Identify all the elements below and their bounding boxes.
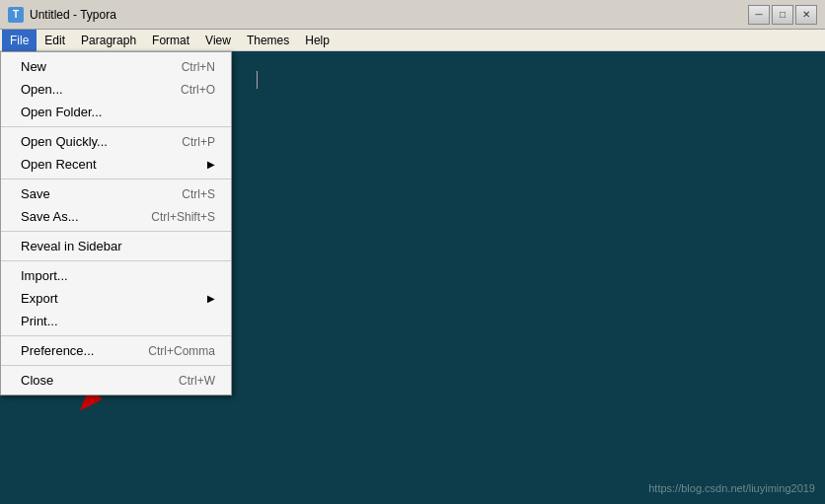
- menu-item-save-shortcut: Ctrl+S: [182, 187, 215, 201]
- menu-item-open[interactable]: Open... Ctrl+O: [1, 78, 231, 101]
- menu-item-preference-shortcut: Ctrl+Comma: [148, 344, 215, 358]
- menu-item-open-quickly-label: Open Quickly...: [21, 134, 108, 149]
- menu-help[interactable]: Help: [297, 30, 338, 51]
- menu-item-print-label: Print...: [21, 314, 58, 328]
- file-menu-dropdown: New Ctrl+N Open... Ctrl+O Open Folder...…: [0, 51, 232, 396]
- menu-edit[interactable]: Edit: [37, 30, 73, 51]
- separator-3: [1, 231, 231, 232]
- menu-item-open-recent[interactable]: Open Recent ▶: [1, 153, 231, 176]
- window-controls: ─ □ ✕: [748, 5, 817, 25]
- menu-format[interactable]: Format: [144, 30, 197, 51]
- menu-item-close-label: Close: [21, 373, 53, 388]
- menu-item-preference[interactable]: Preference... Ctrl+Comma: [1, 339, 231, 362]
- minimize-button[interactable]: ─: [748, 5, 770, 25]
- menu-item-open-folder[interactable]: Open Folder...: [1, 101, 231, 123]
- menu-file[interactable]: File: [2, 30, 37, 51]
- menu-item-save-label: Save: [21, 186, 50, 201]
- menu-item-save[interactable]: Save Ctrl+S: [1, 182, 231, 205]
- menu-item-open-recent-label: Open Recent: [21, 157, 97, 172]
- main-content: New Ctrl+N Open... Ctrl+O Open Folder...…: [0, 51, 825, 504]
- menu-item-print[interactable]: Print...: [1, 310, 231, 332]
- menu-item-export[interactable]: Export ▶: [1, 287, 231, 310]
- menu-item-open-quickly[interactable]: Open Quickly... Ctrl+P: [1, 130, 231, 153]
- close-button[interactable]: ✕: [795, 5, 817, 25]
- menu-view[interactable]: View: [197, 30, 239, 51]
- menu-item-reveal-sidebar[interactable]: Reveal in Sidebar: [1, 235, 231, 257]
- menu-item-save-as-label: Save As...: [21, 209, 79, 224]
- menu-item-open-folder-label: Open Folder...: [21, 105, 102, 119]
- submenu-arrow-icon: ▶: [207, 159, 215, 170]
- menu-themes[interactable]: Themes: [239, 30, 297, 51]
- menu-bar: File Edit Paragraph Format View Themes H…: [0, 30, 825, 51]
- menu-paragraph[interactable]: Paragraph: [73, 30, 144, 51]
- dropdown-menu: New Ctrl+N Open... Ctrl+O Open Folder...…: [0, 51, 232, 396]
- menu-item-export-label: Export: [21, 291, 58, 306]
- menu-item-import-label: Import...: [21, 268, 68, 283]
- menu-item-new-label: New: [21, 59, 46, 74]
- menu-item-save-as[interactable]: Save As... Ctrl+Shift+S: [1, 205, 231, 228]
- separator-5: [1, 335, 231, 336]
- menu-item-close-shortcut: Ctrl+W: [179, 374, 215, 388]
- menu-item-new-shortcut: Ctrl+N: [182, 60, 215, 74]
- separator-1: [1, 126, 231, 127]
- menu-item-open-shortcut: Ctrl+O: [181, 83, 215, 97]
- app-icon: T: [8, 7, 24, 23]
- menu-item-open-quickly-shortcut: Ctrl+P: [182, 135, 215, 149]
- menu-item-close[interactable]: Close Ctrl+W: [1, 369, 231, 392]
- export-submenu-arrow-icon: ▶: [207, 293, 215, 304]
- menu-item-import[interactable]: Import...: [1, 264, 231, 287]
- menu-item-open-label: Open...: [21, 82, 63, 97]
- title-bar: T Untitled - Typora ─ □ ✕: [0, 0, 825, 30]
- separator-4: [1, 260, 231, 261]
- separator-6: [1, 365, 231, 366]
- window-title: Untitled - Typora: [30, 8, 116, 22]
- title-bar-left: T Untitled - Typora: [8, 7, 116, 23]
- menu-item-save-as-shortcut: Ctrl+Shift+S: [151, 210, 215, 224]
- menu-item-reveal-sidebar-label: Reveal in Sidebar: [21, 239, 122, 253]
- text-cursor: [257, 71, 258, 89]
- watermark-text: https://blog.csdn.net/liuyiming2019: [648, 482, 815, 494]
- maximize-button[interactable]: □: [772, 5, 793, 25]
- menu-item-preference-label: Preference...: [21, 343, 94, 358]
- menu-item-new[interactable]: New Ctrl+N: [1, 55, 231, 78]
- separator-2: [1, 179, 231, 180]
